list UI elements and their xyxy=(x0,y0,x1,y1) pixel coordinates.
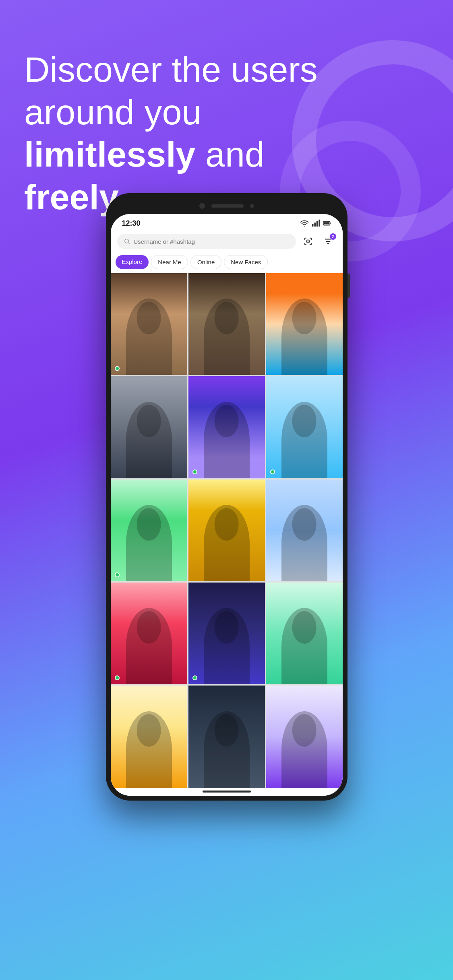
hero-text-line2: around you xyxy=(24,92,201,132)
svg-rect-0 xyxy=(312,224,313,226)
search-icon xyxy=(124,238,130,245)
profile-card[interactable] xyxy=(266,273,343,375)
profile-card[interactable] xyxy=(111,480,187,581)
svg-rect-3 xyxy=(319,220,320,226)
phone-side-button xyxy=(348,274,350,298)
profile-card[interactable] xyxy=(111,583,187,684)
online-indicator xyxy=(270,469,275,474)
profile-photo xyxy=(266,273,343,375)
online-indicator xyxy=(192,469,197,474)
profile-card[interactable] xyxy=(266,686,343,787)
status-bar: 12:30 xyxy=(111,214,343,230)
profile-card[interactable] xyxy=(111,273,187,375)
hero-line2: around you xyxy=(24,91,429,134)
search-row: 2 xyxy=(111,230,343,253)
filter-badge: 2 xyxy=(330,233,336,240)
search-bar[interactable] xyxy=(117,234,296,249)
profile-photo xyxy=(188,273,265,375)
wifi-icon xyxy=(300,219,309,228)
tab-near-me[interactable]: Near Me xyxy=(151,255,188,269)
camera-dot xyxy=(199,203,205,209)
svg-rect-5 xyxy=(324,222,329,224)
hero-connector: and xyxy=(205,134,265,174)
speaker-bar xyxy=(211,204,244,208)
scan-button[interactable] xyxy=(300,233,316,249)
svg-rect-1 xyxy=(314,222,316,226)
profile-photo xyxy=(111,583,187,684)
status-time: 12:30 xyxy=(122,219,141,228)
profile-photo xyxy=(111,480,187,581)
hero-line3: limitlessly and xyxy=(24,133,429,176)
tab-new-faces[interactable]: New Faces xyxy=(224,255,268,269)
profile-card[interactable] xyxy=(266,583,343,684)
home-indicator xyxy=(203,791,251,793)
profile-card[interactable] xyxy=(266,480,343,581)
scan-icon xyxy=(304,237,312,246)
svg-rect-2 xyxy=(316,221,318,227)
phone-bottom-bar xyxy=(111,788,343,796)
profile-card[interactable] xyxy=(188,376,265,478)
profile-photo xyxy=(111,273,187,375)
profile-photo xyxy=(266,376,343,478)
search-input[interactable] xyxy=(133,238,289,245)
svg-line-8 xyxy=(128,243,130,244)
hero-line1: Discover the users xyxy=(24,48,429,91)
profile-photo xyxy=(188,376,265,478)
phone-screen: 12:30 xyxy=(111,214,343,796)
profile-card[interactable] xyxy=(188,273,265,375)
profile-card[interactable] xyxy=(188,480,265,581)
battery-icon xyxy=(323,219,331,228)
profile-photo xyxy=(266,686,343,787)
tab-bar: Explore Near Me Online New Faces xyxy=(111,253,343,273)
profile-photo xyxy=(188,583,265,684)
profile-card[interactable] xyxy=(188,583,265,684)
profile-card[interactable] xyxy=(111,686,187,787)
phone-mockup: 12:30 xyxy=(106,193,348,801)
phone-body: 12:30 xyxy=(106,193,348,801)
profile-card[interactable] xyxy=(111,376,187,478)
profile-photo xyxy=(188,686,265,787)
hero-bold1: limitlessly xyxy=(24,134,196,174)
online-indicator xyxy=(115,572,120,577)
profile-photo xyxy=(111,686,187,787)
tab-online[interactable]: Online xyxy=(190,255,221,269)
profile-photo xyxy=(188,480,265,581)
phone-notch xyxy=(111,198,343,214)
profile-photo xyxy=(266,480,343,581)
hero-text-line1: Discover the users xyxy=(24,49,318,89)
sensor-dot xyxy=(250,204,254,208)
hero-bold2: freely xyxy=(24,177,119,217)
signal-icon xyxy=(311,219,320,228)
status-icons xyxy=(300,219,331,228)
profile-card[interactable] xyxy=(188,686,265,787)
profiles-grid xyxy=(111,273,343,788)
profile-photo xyxy=(266,583,343,684)
svg-point-10 xyxy=(308,241,308,242)
profile-photo xyxy=(111,376,187,478)
filter-button[interactable]: 2 xyxy=(320,233,336,249)
tab-explore[interactable]: Explore xyxy=(116,255,149,269)
profile-card[interactable] xyxy=(266,376,343,478)
